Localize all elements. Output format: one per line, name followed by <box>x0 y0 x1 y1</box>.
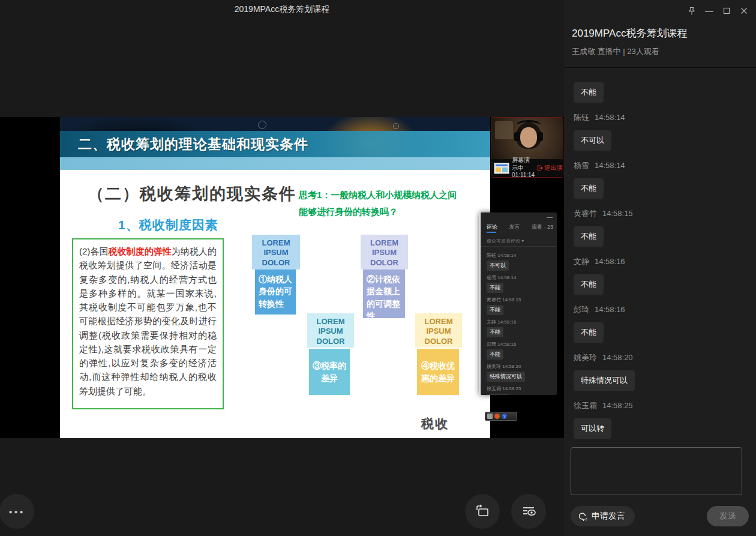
block3-label: ③税率的差异 <box>309 349 350 395</box>
panel-tabs: 评论 发言 观看 · 23 <box>487 223 553 231</box>
chat-message: 彭琦14:58:16 不能 <box>574 304 748 343</box>
slide-hero-banner: 二、税收筹划的理论基础和现实条件 <box>60 117 490 170</box>
ellipsis-icon: ●●● <box>8 508 25 515</box>
timestamp: 14:58:14 <box>595 113 625 122</box>
block4-label: ④税收优惠的差异 <box>417 349 459 395</box>
chat-message-list[interactable]: 不能 陈钰14:58:14 不可以 杨雪14:58:14 不能 黄睿竹14:58… <box>574 68 748 443</box>
hero-network-dot <box>258 121 266 129</box>
slide-footer-word: 税收 <box>421 415 449 432</box>
headphone-cup-right <box>537 132 543 141</box>
live-status-line: 王成敬 直播中 | 23人观看 <box>572 46 659 57</box>
panel-note: 观众可发表评论 ▾ <box>487 238 524 244</box>
tab-speak: 发言 <box>509 223 520 231</box>
block2-header: LOREM IPSUM DOLOR <box>361 235 408 270</box>
slide-banner-title: 二、税收筹划的理论基础和现实条件 <box>78 131 308 157</box>
slide-think-question: 思考1：一般纳税人和小规模纳税人之间 能够进行身份的转换吗？ <box>299 187 486 220</box>
block2-label: ②计税依据金额上的可调整性 <box>363 270 405 318</box>
hero-lightblue-strip <box>60 157 490 170</box>
chat-message: 黄睿竹14:58:15 不能 <box>574 208 748 247</box>
block1-header: LOREM IPSUM DOLOR <box>252 235 300 270</box>
timestamp: 14:58:16 <box>595 305 625 314</box>
paragraph-post: 为纳税人的税收筹划提供了空间。经济活动是复杂多变的,纳税人的经营方式也是多种多样… <box>79 246 217 396</box>
timestamp: 14:58:25 <box>602 401 633 410</box>
course-title: 2019MPAcc税务筹划课程 <box>572 26 687 40</box>
screen-share-thumbnail <box>494 163 509 174</box>
panel-message: 陈钰 14:58:14 不可以 <box>487 252 554 271</box>
minimize-button[interactable]: — <box>704 6 714 16</box>
webcam-background <box>495 121 513 139</box>
maximize-button[interactable] <box>722 6 731 16</box>
sender-name: 杨雪 <box>574 161 589 170</box>
thumbnail-content <box>496 167 501 172</box>
stage-area: 2019MPAcc税务筹划课程 二、税收筹划的理论基础和现实条件 （二）税收筹划… <box>0 0 564 536</box>
send-label: 发送 <box>719 511 736 522</box>
panel-message: 杨雪 14:58:14 不能 <box>487 274 554 293</box>
maximize-icon <box>723 7 730 14</box>
panel-message: 姚美玲 14:58:20 特殊情况可以 <box>487 363 554 382</box>
recorder-app-icon <box>494 414 500 419</box>
live-course-window: 2019MPAcc税务筹划课程 二、税收筹划的理论基础和现实条件 （二）税收筹划… <box>0 0 756 536</box>
panel-minimize-icon: — <box>547 214 553 220</box>
sender-name: 陈钰 <box>574 113 589 122</box>
more-options-button[interactable]: ●●● <box>0 494 34 529</box>
shared-screen-comment-panel: — 评论 发言 观看 · 23 观众可发表评论 ▾ 陈钰 14:58:14 不可… <box>479 212 557 395</box>
active-tab-underline <box>487 232 496 233</box>
timestamp: 14:58:15 <box>602 209 633 218</box>
sender-name: 彭琦 <box>574 305 589 314</box>
sender-name: 黄睿竹 <box>574 209 597 218</box>
thumbnail-content <box>502 167 508 172</box>
close-button[interactable] <box>739 6 749 16</box>
presenter-video-widget: 屏幕演示中 01:11:14 退出演示 <box>491 117 563 178</box>
sender-name: 文静 <box>574 257 589 266</box>
stage-title: 2019MPAcc税务筹划课程 <box>0 4 564 15</box>
chat-message: 姚美玲14:58:20 特殊情况可以 <box>574 352 748 391</box>
block4-header: LOREM IPSUM DOLOR <box>415 313 462 348</box>
screen-share-status-bar: 屏幕演示中 01:11:14 退出演示 <box>491 159 563 177</box>
sender-name: 徐玉霜 <box>574 401 597 410</box>
slide-section-title: （二）税收筹划的现实条件 <box>88 183 296 205</box>
close-icon <box>740 7 748 14</box>
exit-presentation-button[interactable]: 退出演示 <box>537 164 563 172</box>
timestamp: 14:58:20 <box>602 353 633 362</box>
pin-button[interactable] <box>687 6 697 16</box>
send-button[interactable]: 发送 <box>707 506 749 526</box>
chat-sidebar: — 2019MPAcc税务筹划课程 王成敬 直播中 | 23人观看 不能 陈钰1… <box>564 0 756 536</box>
share-timer: 01:11:14 <box>512 172 535 178</box>
chat-input[interactable] <box>571 447 742 495</box>
share-status-label: 屏幕演示中 <box>512 157 535 172</box>
screen-recorder-mini-toolbar: ? <box>485 412 517 421</box>
panel-message: 黄睿竹 14:58:15 不能 <box>487 297 554 315</box>
panel-message: 文静 14:58:16 不能 <box>487 319 554 337</box>
block3-header: LOREM IPSUM DOLOR <box>307 313 354 348</box>
exit-label: 退出演示 <box>544 164 563 172</box>
panel-divider <box>481 246 557 247</box>
chat-message: 杨雪14:58:14 不能 <box>574 160 748 199</box>
presentation-slide: 二、税收筹划的理论基础和现实条件 （二）税收筹划的现实条件 思考1：一般纳税人和… <box>60 117 490 438</box>
speak-icon <box>578 511 588 522</box>
help-icon: ? <box>502 414 507 419</box>
timestamp: 14:58:16 <box>595 257 625 266</box>
tab-comments: 评论 <box>487 223 497 231</box>
pin-icon <box>688 7 696 16</box>
hero-network-dot <box>393 123 399 129</box>
panel-message-list: 陈钰 14:58:14 不可以 杨雪 14:58:14 不能 黄睿竹 14:58… <box>487 248 554 395</box>
thumbnail-content <box>496 164 508 166</box>
chat-message: 文静14:58:16 不能 <box>574 256 748 295</box>
paragraph-pre: (2)各国 <box>79 246 108 256</box>
chat-message: 徐玉霜14:58:25 可以转 <box>574 400 748 439</box>
exit-icon <box>537 165 543 171</box>
block1-label: ①纳税人身份的可转换性 <box>255 270 296 315</box>
share-status-texts: 屏幕演示中 01:11:14 <box>512 157 535 178</box>
headphone-cup-left <box>514 132 520 141</box>
window-controls: — <box>687 6 749 16</box>
toggle-chat-visibility-button[interactable] <box>511 494 546 529</box>
paragraph-highlight: 税收制度的弹性 <box>108 246 171 256</box>
camera-icon <box>487 414 493 419</box>
slide-subsection-title: 1、税收制度因素 <box>118 217 218 233</box>
request-speak-button[interactable]: 申请发言 <box>571 506 635 526</box>
switch-screen-button[interactable] <box>465 494 500 529</box>
chat-message: 不能 <box>574 82 748 103</box>
headphones-icon <box>517 120 541 130</box>
webcam-feed <box>491 118 563 159</box>
timestamp: 14:58:14 <box>595 161 625 170</box>
